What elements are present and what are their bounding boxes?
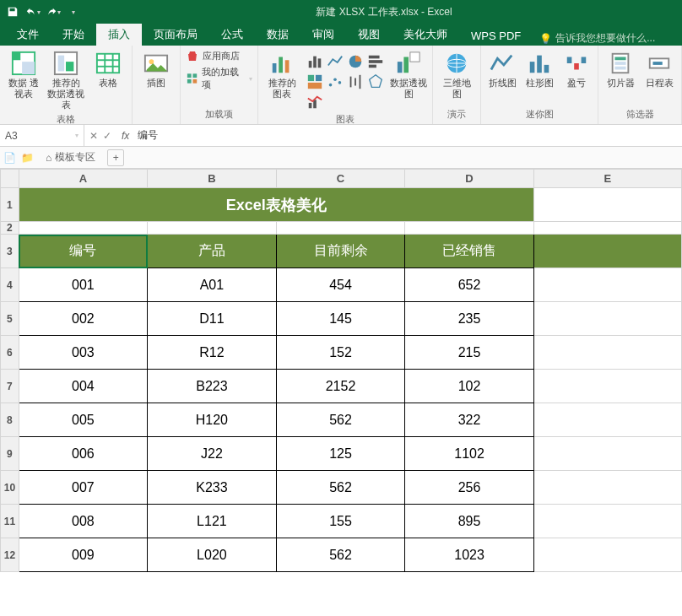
cell[interactable]	[533, 538, 681, 572]
column-header[interactable]: B	[148, 170, 277, 188]
data-cell[interactable]: 235	[405, 302, 534, 336]
data-cell[interactable]: 562	[276, 538, 405, 572]
cell[interactable]	[276, 222, 405, 235]
undo-icon[interactable]: ▾	[24, 3, 42, 21]
folder-icon[interactable]: 📁	[21, 152, 34, 164]
pie-chart-icon[interactable]	[346, 52, 365, 71]
tab-insert[interactable]: 插入	[96, 24, 142, 46]
fx-button[interactable]: fx	[116, 130, 134, 142]
row-header[interactable]: 9	[1, 437, 19, 471]
data-cell[interactable]: R12	[148, 336, 277, 370]
data-cell[interactable]: 155	[276, 505, 405, 538]
data-cell[interactable]: A01	[148, 268, 277, 302]
sparkline-line-button[interactable]: 折线图	[486, 49, 518, 89]
cell[interactable]	[19, 222, 147, 235]
data-cell[interactable]: H120	[148, 403, 277, 437]
row-header[interactable]: 10	[1, 471, 19, 505]
data-cell[interactable]: 008	[19, 505, 147, 538]
data-cell[interactable]: 005	[19, 403, 147, 437]
data-cell[interactable]: 002	[19, 302, 147, 336]
slicer-button[interactable]: 切片器	[604, 49, 637, 89]
recommended-charts-button[interactable]: 推荐的 图表	[263, 49, 300, 100]
tab-review[interactable]: 审阅	[300, 24, 346, 46]
3d-map-button[interactable]: 三维地 图	[438, 49, 475, 100]
data-cell[interactable]: 003	[19, 336, 147, 370]
cell[interactable]	[533, 336, 681, 370]
sparkline-column-button[interactable]: 柱形图	[523, 49, 555, 89]
data-cell[interactable]: 145	[276, 302, 405, 336]
data-cell[interactable]: K233	[148, 471, 277, 505]
line-chart-icon[interactable]	[326, 52, 344, 71]
radar-chart-icon[interactable]	[366, 73, 385, 91]
row-header[interactable]: 12	[1, 538, 19, 572]
template-tab[interactable]: ⌂ 模板专区	[39, 149, 102, 166]
data-cell[interactable]: 001	[19, 268, 147, 302]
cell[interactable]	[533, 188, 681, 222]
timeline-button[interactable]: 日程表	[642, 49, 676, 89]
enter-icon[interactable]: ✓	[103, 130, 111, 142]
data-cell[interactable]: 895	[405, 505, 534, 538]
combo-chart-icon[interactable]	[306, 93, 324, 111]
column-header[interactable]: D	[405, 170, 534, 188]
data-cell[interactable]: 1102	[405, 437, 534, 471]
cell[interactable]	[533, 403, 681, 437]
data-cell[interactable]: 004	[19, 370, 147, 403]
select-all-corner[interactable]	[1, 170, 19, 188]
header-cell[interactable]: 目前剩余	[276, 235, 405, 268]
qat-customize-icon[interactable]: ▾	[64, 3, 83, 21]
data-cell[interactable]: 007	[19, 471, 147, 505]
cell[interactable]	[533, 471, 681, 505]
stock-chart-icon[interactable]	[346, 73, 365, 91]
header-cell[interactable]: 已经销售	[405, 235, 534, 268]
row-header[interactable]: 8	[1, 403, 19, 437]
my-addins-button[interactable]: 我的加载项 ▾	[186, 66, 252, 91]
cell[interactable]	[533, 505, 681, 538]
tab-beautify[interactable]: 美化大师	[392, 24, 459, 46]
data-cell[interactable]: 009	[19, 538, 147, 572]
data-cell[interactable]: L020	[148, 538, 277, 572]
cell[interactable]	[533, 437, 681, 471]
hierarchy-chart-icon[interactable]	[306, 73, 324, 91]
column-chart-icon[interactable]	[306, 52, 324, 71]
data-cell[interactable]: 2152	[276, 370, 405, 403]
tab-layout[interactable]: 页面布局	[142, 24, 209, 46]
tab-wpspdf[interactable]: WPS PDF	[459, 26, 533, 46]
row-header[interactable]: 7	[1, 370, 19, 403]
row-header[interactable]: 2	[1, 222, 19, 235]
row-header[interactable]: 6	[1, 336, 19, 370]
data-cell[interactable]: L121	[148, 505, 277, 538]
recommended-pivot-button[interactable]: 推荐的 数据透视表	[47, 49, 84, 111]
cancel-icon[interactable]: ✕	[89, 130, 98, 142]
data-cell[interactable]: 322	[405, 403, 534, 437]
tab-home[interactable]: 开始	[51, 24, 96, 46]
data-cell[interactable]: 125	[276, 437, 405, 471]
header-cell[interactable]: 编号	[19, 235, 147, 268]
tab-view[interactable]: 视图	[346, 24, 392, 46]
add-tab-button[interactable]: +	[107, 149, 124, 166]
header-cell[interactable]: 产品	[148, 235, 277, 268]
cell[interactable]	[533, 268, 681, 302]
row-header[interactable]: 4	[1, 268, 19, 302]
data-cell[interactable]: 652	[405, 268, 534, 302]
data-cell[interactable]: 006	[19, 437, 147, 471]
data-cell[interactable]: 562	[276, 403, 405, 437]
cell[interactable]	[533, 370, 681, 403]
cell[interactable]	[405, 222, 534, 235]
column-header[interactable]: C	[276, 170, 405, 188]
pivot-chart-button[interactable]: 数据透视图	[390, 49, 427, 100]
data-cell[interactable]: B223	[148, 370, 277, 403]
tab-formulas[interactable]: 公式	[209, 24, 255, 46]
file-icon[interactable]: 📄	[3, 152, 16, 164]
tab-file[interactable]: 文件	[5, 24, 51, 46]
scatter-chart-icon[interactable]	[326, 73, 344, 91]
save-icon[interactable]	[3, 3, 22, 21]
column-header[interactable]: E	[533, 170, 681, 188]
row-header[interactable]: 5	[1, 302, 19, 336]
data-cell[interactable]: 215	[405, 336, 534, 370]
tell-me[interactable]: 💡 告诉我您想要做什么...	[539, 31, 655, 46]
column-header[interactable]: A	[19, 170, 147, 188]
data-cell[interactable]: J22	[148, 437, 277, 471]
row-header[interactable]: 3	[1, 235, 19, 268]
cell[interactable]	[148, 222, 277, 235]
data-cell[interactable]: 1023	[405, 538, 534, 572]
